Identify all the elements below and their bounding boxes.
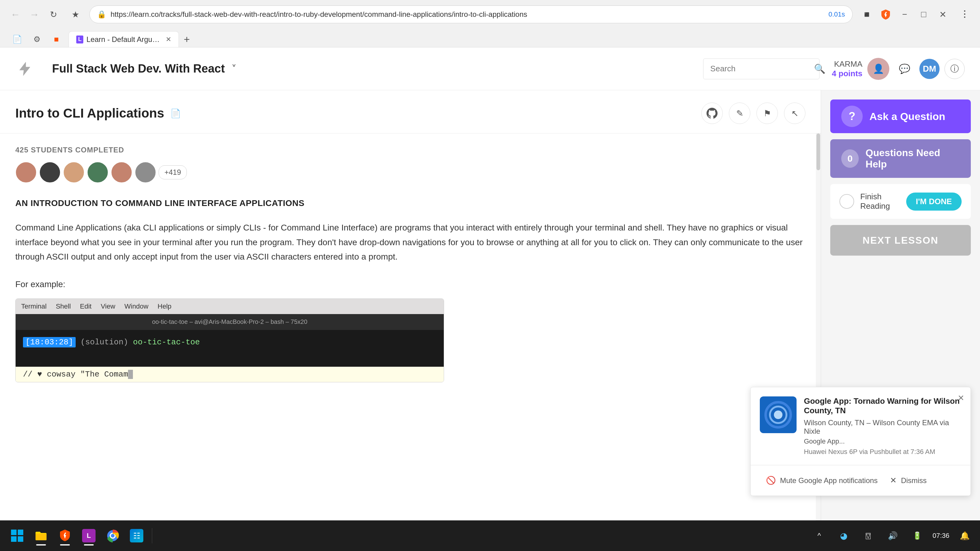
bookmark-button[interactable]: ★ [67, 6, 83, 22]
course-title: Full Stack Web Dev. With React [52, 62, 225, 75]
volume-button[interactable]: 🔊 [883, 527, 902, 545]
search-box: 🔍 [703, 59, 819, 79]
karma-section: KARMA 4 points 👤 💬 DM ⓘ [832, 58, 965, 80]
svg-rect-1 [18, 530, 23, 535]
student-avatar-5[interactable] [111, 162, 132, 183]
edit-button[interactable]: ✎ [729, 103, 750, 124]
active-indicator [36, 544, 46, 546]
student-avatar-1[interactable] [15, 162, 37, 183]
im-done-button[interactable]: I'M DONE [906, 192, 962, 211]
windows-logo [10, 529, 24, 542]
lesson-title: Intro to CLI Applications [15, 106, 164, 121]
dismiss-icon: ✕ [890, 476, 897, 485]
shield-button[interactable]: ■ [48, 31, 64, 47]
ask-question-button[interactable]: ? Ask a Question [830, 100, 971, 133]
notification-icon-center [774, 411, 783, 419]
terminal-menu-help[interactable]: Help [158, 302, 172, 310]
folder-icon [34, 529, 48, 542]
store-button[interactable]: ☷ [126, 525, 148, 547]
brave-logo [880, 9, 891, 20]
terminal-comment-text: // ♥ cowsay "The Comam [23, 370, 128, 379]
brave-browser-button[interactable] [54, 525, 76, 547]
pushbullet-button[interactable]: ◕ [835, 527, 853, 545]
karma-info: KARMA 4 points [832, 59, 862, 78]
volume-icon: 🔊 [888, 531, 897, 541]
learn-app-button[interactable]: L [78, 525, 100, 547]
terminal-titlebar: oo-tic-tac-toe – avi@Aris-MacBook-Pro-2 … [16, 314, 444, 330]
reload-button[interactable]: ↻ [45, 6, 61, 22]
fullscreen-button[interactable]: ↖ [784, 103, 805, 124]
taskbar-time: 07:36 [932, 532, 950, 540]
svg-rect-2 [11, 536, 16, 542]
search-button[interactable]: 🔍 [814, 64, 825, 74]
battery-button[interactable]: 🔋 [908, 527, 926, 545]
student-avatar-2[interactable] [39, 162, 60, 183]
next-lesson-button[interactable]: NEXT LESSON [830, 225, 971, 256]
dismiss-notification-button[interactable]: ✕ Dismiss [884, 472, 933, 489]
for-example-text: For example: [15, 279, 805, 289]
info-button[interactable]: ⓘ [945, 59, 965, 79]
lesson-content[interactable]: 425 STUDENTS COMPLETED +419 AN INTRODUCT… [0, 133, 821, 546]
maximize-button[interactable]: □ [916, 6, 932, 22]
terminal-menu-edit[interactable]: Edit [80, 302, 92, 310]
github-icon [706, 108, 718, 119]
app-logo[interactable] [15, 60, 34, 78]
student-avatar-3[interactable] [63, 162, 84, 183]
mute-notification-button[interactable]: 🚫 Mute Google App notifications [760, 472, 884, 489]
students-section: 425 STUDENTS COMPLETED +419 [15, 146, 805, 183]
wifi-button[interactable]: ⍔ [859, 527, 877, 545]
taskbar-clock[interactable]: 07:36 [932, 532, 950, 540]
forward-button[interactable]: → [26, 6, 42, 22]
svg-point-6 [111, 534, 115, 538]
article-heading: AN INTRODUCTION TO COMMAND LINE INTERFAC… [15, 198, 805, 208]
terminal-menu-terminal[interactable]: Terminal [21, 302, 46, 310]
tab-title: Learn - Default Argume... [86, 35, 160, 44]
logo-area [15, 60, 34, 78]
minimize-button[interactable]: − [897, 6, 913, 22]
finish-reading-radio[interactable] [840, 194, 854, 209]
user-avatar[interactable]: 👤 [867, 58, 889, 80]
student-avatar-6[interactable] [135, 162, 156, 183]
lock-icon: 🔒 [97, 10, 106, 19]
dm-avatar[interactable]: DM [920, 59, 940, 79]
notifications-button[interactable]: 🔔 [956, 527, 974, 545]
ask-question-icon: ? [841, 106, 863, 127]
terminal-menu-shell[interactable]: Shell [56, 302, 71, 310]
terminal-menu-window[interactable]: Window [124, 302, 148, 310]
new-tab-button[interactable]: + [179, 31, 195, 47]
student-avatar-4[interactable] [87, 162, 108, 183]
notification-device: Huawei Nexus 6P via Pushbullet at 7:36 A… [804, 448, 961, 456]
messages-button[interactable]: 💬 [894, 59, 915, 79]
active-indicator-brave [60, 544, 70, 546]
active-tab[interactable]: L Learn - Default Argume... ✕ [68, 31, 179, 47]
notification-app-name: Google App... [804, 437, 961, 445]
search-input[interactable] [710, 64, 810, 73]
more-students-button[interactable]: +419 [159, 165, 187, 179]
notification-app-icon [760, 396, 797, 433]
lightning-icon [16, 61, 32, 77]
course-dropdown-button[interactable]: ˅ [230, 62, 238, 76]
scroll-thumb[interactable] [816, 133, 820, 170]
notification-close-button[interactable]: ✕ [958, 393, 964, 403]
start-button[interactable] [6, 525, 28, 547]
flag-button[interactable]: ⚑ [756, 103, 778, 124]
close-button[interactable]: ✕ [935, 6, 951, 22]
dismiss-label: Dismiss [901, 476, 927, 485]
brave-icon-button[interactable] [878, 6, 894, 22]
taskbar-up-button[interactable]: ^ [810, 527, 829, 545]
terminal-menu-view[interactable]: View [101, 302, 115, 310]
new-document-button[interactable]: 📄 [9, 31, 25, 47]
terminal-solution: (solution) [81, 338, 133, 347]
settings-tab-button[interactable]: ⚙ [29, 31, 45, 47]
lesson-notes-button[interactable]: 📄 [170, 108, 181, 119]
extensions-button[interactable]: ◾ [859, 6, 875, 22]
chrome-button[interactable] [102, 525, 124, 547]
file-explorer-button[interactable] [30, 525, 52, 547]
back-button[interactable]: ← [7, 6, 23, 22]
notification-title: Google App: Tornado Warning for Wilson C… [804, 396, 961, 415]
tab-close-button[interactable]: ✕ [166, 35, 171, 43]
more-menu-button[interactable]: ︙ [957, 6, 973, 22]
github-button[interactable] [701, 103, 723, 124]
article-content: AN INTRODUCTION TO COMMAND LINE INTERFAC… [15, 198, 805, 401]
questions-panel[interactable]: 0 Questions Need Help [830, 139, 971, 178]
